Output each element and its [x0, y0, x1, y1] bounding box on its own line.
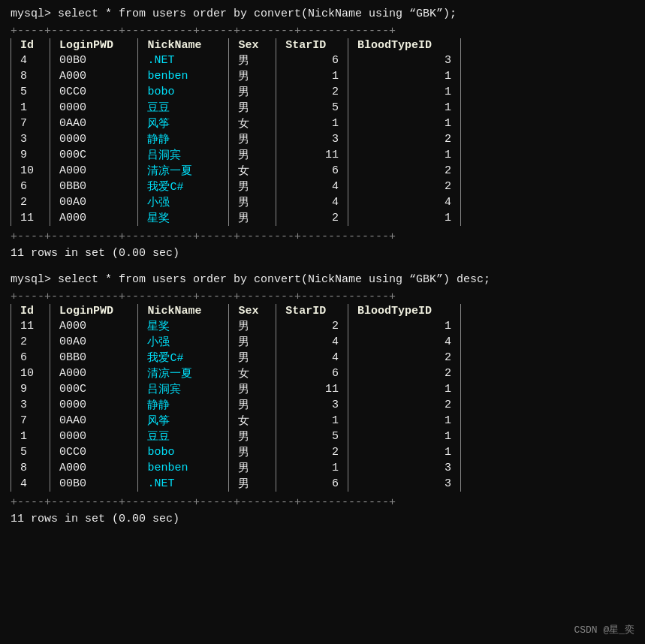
cell-id: 3 [11, 131, 50, 147]
cell-star: 6 [276, 366, 348, 381]
sql1-text: select * from users order by convert(Nic… [58, 8, 457, 20]
prompt2: mysql> [11, 273, 58, 286]
cell-id: 11 [11, 318, 50, 334]
result-info-1: 11 rows in set (0.00 sec) [11, 247, 634, 260]
col-header-nick-2: NickName [138, 304, 229, 318]
header-row-1: Id LoginPWD NickName Sex StarID BloodTyp… [11, 38, 634, 230]
cell-id: 6 [11, 179, 50, 194]
table-row: 3 0000 静静 男 3 2 [11, 131, 461, 147]
cell-blood: 2 [348, 366, 460, 381]
sql2-text: select * from users order by convert(Nic… [58, 273, 490, 286]
cell-star: 1 [276, 413, 348, 429]
result-table-1: Id LoginPWD NickName Sex StarID BloodTyp… [11, 38, 461, 226]
cell-blood: 3 [348, 53, 460, 68]
cell-star: 3 [276, 131, 348, 147]
cell-login: A000 [50, 318, 138, 334]
cell-star: 1 [276, 460, 348, 476]
cell-nick: 豆豆 [138, 429, 229, 444]
cell-star: 1 [276, 116, 348, 131]
col-header-id-2: Id [11, 304, 50, 318]
cell-sex: 女 [229, 366, 276, 381]
cell-login: 0BB0 [50, 350, 138, 366]
cell-sex: 男 [229, 53, 276, 68]
table-row: 9 000C 吕洞宾 男 11 1 [11, 381, 461, 397]
cell-id: 1 [11, 100, 50, 116]
border-bottom-2: +----+----------+----------+-----+------… [11, 496, 634, 510]
table-row: 10 A000 清凉一夏 女 6 2 [11, 163, 461, 179]
cell-sex: 女 [229, 413, 276, 429]
cell-login: 00A0 [50, 194, 138, 210]
cell-blood: 1 [348, 147, 460, 163]
cell-sex: 男 [229, 350, 276, 366]
cell-blood: 1 [348, 116, 460, 131]
cell-blood: 1 [348, 318, 460, 334]
cell-login: 0BB0 [50, 179, 138, 194]
cell-nick: 静静 [138, 397, 229, 413]
cell-nick: 风筝 [138, 116, 229, 131]
cell-sex: 男 [229, 444, 276, 460]
cell-login: 0CC0 [50, 444, 138, 460]
col-header-blood-2: BloodTypeID [348, 304, 460, 318]
cell-blood: 2 [348, 179, 460, 194]
cell-nick: 星奖 [138, 318, 229, 334]
cell-nick: 我爱C# [138, 350, 229, 366]
cell-login: 00B0 [50, 53, 138, 68]
cell-login: 0000 [50, 131, 138, 147]
table-row: 1 0000 豆豆 男 5 1 [11, 100, 461, 116]
cell-login: A000 [50, 163, 138, 179]
col-header-nick-1: NickName [138, 38, 229, 53]
cell-sex: 男 [229, 147, 276, 163]
table-row: 7 0AA0 风筝 女 1 1 [11, 413, 461, 429]
table1-wrapper: +----+----------+----------+-----+------… [11, 25, 634, 244]
col-header-star-2: StarID [276, 304, 348, 318]
table-row: 4 00B0 .NET 男 6 3 [11, 476, 461, 492]
col-header-blood-1: BloodTypeID [348, 38, 460, 53]
cell-sex: 男 [229, 334, 276, 350]
border-bottom-1: +----+----------+----------+-----+------… [11, 230, 634, 244]
watermark: CSDN @星_奕 [574, 623, 634, 636]
cell-sex: 男 [229, 381, 276, 397]
cell-nick: bobo [138, 84, 229, 100]
cell-nick: 星奖 [138, 210, 229, 226]
cell-blood: 2 [348, 397, 460, 413]
cell-login: 00A0 [50, 334, 138, 350]
cell-id: 6 [11, 350, 50, 366]
table-row: 10 A000 清凉一夏 女 6 2 [11, 366, 461, 381]
table-row: 2 00A0 小强 男 4 4 [11, 194, 461, 210]
cell-login: A000 [50, 460, 138, 476]
table-row: 2 00A0 小强 男 4 4 [11, 334, 461, 350]
cell-blood: 1 [348, 100, 460, 116]
cell-login: 000C [50, 381, 138, 397]
query1-line: mysql> select * from users order by conv… [11, 8, 634, 20]
cell-sex: 男 [229, 318, 276, 334]
result-table-2: Id LoginPWD NickName Sex StarID BloodTyp… [11, 304, 461, 492]
cell-nick: .NET [138, 53, 229, 68]
cell-blood: 1 [348, 413, 460, 429]
cell-star: 11 [276, 147, 348, 163]
cell-login: 00B0 [50, 476, 138, 492]
cell-sex: 男 [229, 476, 276, 492]
cell-blood: 1 [348, 444, 460, 460]
cell-login: 000C [50, 147, 138, 163]
cell-star: 1 [276, 68, 348, 84]
cell-blood: 2 [348, 163, 460, 179]
cell-login: A000 [50, 68, 138, 84]
table-row: 11 A000 星奖 男 2 1 [11, 210, 461, 226]
table-row: 6 0BB0 我爱C# 男 4 2 [11, 350, 461, 366]
cell-sex: 男 [229, 100, 276, 116]
cell-star: 6 [276, 53, 348, 68]
cell-blood: 1 [348, 429, 460, 444]
cell-nick: 静静 [138, 131, 229, 147]
cell-blood: 2 [348, 131, 460, 147]
cell-nick: 风筝 [138, 413, 229, 429]
cell-id: 3 [11, 397, 50, 413]
cell-sex: 女 [229, 163, 276, 179]
cell-id: 10 [11, 366, 50, 381]
cell-blood: 1 [348, 381, 460, 397]
cell-blood: 2 [348, 350, 460, 366]
cell-login: 0000 [50, 100, 138, 116]
cell-id: 8 [11, 68, 50, 84]
cell-blood: 4 [348, 194, 460, 210]
border-top-2: +----+----------+----------+-----+------… [11, 290, 634, 304]
cell-id: 10 [11, 163, 50, 179]
